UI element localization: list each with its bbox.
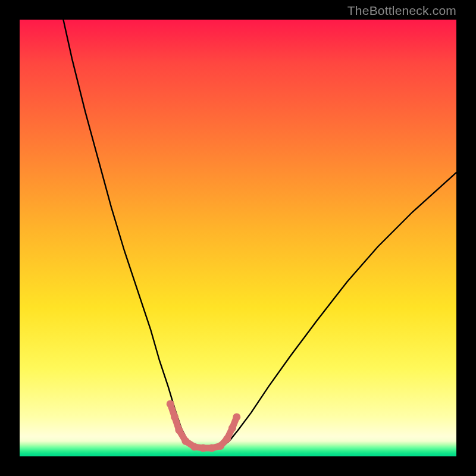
plot-area: [20, 20, 456, 456]
valley-marker-dot: [217, 442, 224, 450]
watermark-text: TheBottleneck.com: [347, 4, 456, 18]
valley-marker-dot: [175, 427, 183, 434]
valley-marker-dot: [223, 435, 231, 443]
chart-frame: TheBottleneck.com: [0, 0, 476, 476]
valley-marker-dot: [233, 413, 240, 421]
valley-marker-dot: [171, 413, 178, 421]
valley-marker-dot: [228, 424, 236, 432]
valley-marker-dot: [199, 444, 207, 452]
curve-line: [63, 20, 456, 449]
valley-marker-dot: [208, 444, 216, 452]
bottleneck-curve: [20, 20, 456, 456]
valley-marker-dot: [167, 400, 174, 408]
valley-marker-dot: [181, 437, 189, 445]
valley-marker-dot: [190, 443, 198, 450]
